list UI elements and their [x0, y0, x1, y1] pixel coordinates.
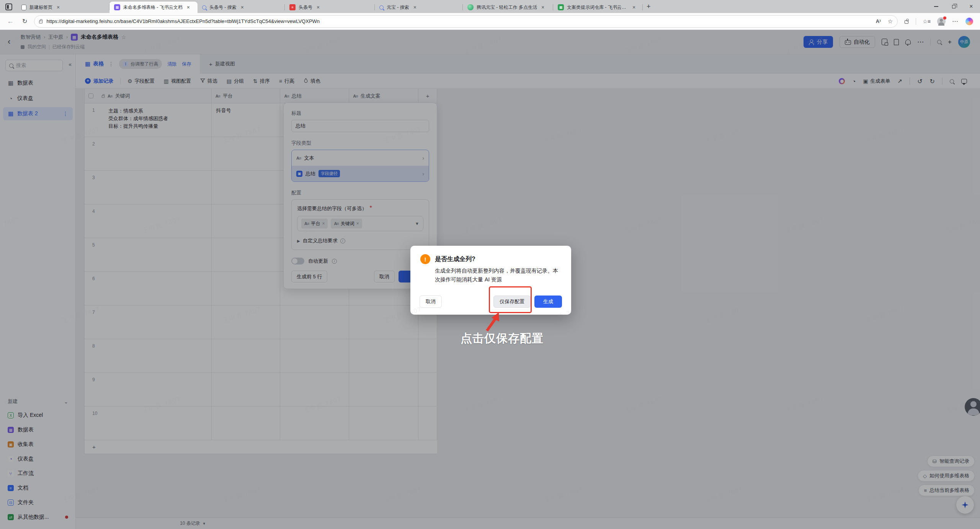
button-label: 生成	[543, 298, 553, 305]
dialog-generate-button[interactable]: 生成	[534, 296, 562, 308]
divider	[916, 18, 916, 25]
close-button[interactable]: ×	[962, 0, 980, 13]
button-label: 取消	[426, 298, 436, 305]
dialog-body: 生成全列将自动更新整列内容，并覆盖现有记录。本次操作可能消耗大量 AI 资源	[435, 266, 562, 284]
extensions-icon[interactable]	[904, 19, 909, 24]
search-icon	[379, 5, 384, 10]
address-bar[interactable]: https://digital-marketing.feishu.cn/base…	[34, 15, 898, 28]
tab-title: 头条号 - 搜索	[209, 4, 237, 11]
tab-close-icon[interactable]: ×	[315, 4, 321, 10]
favorite-star-icon[interactable]: ☆	[888, 18, 893, 25]
tab-close-icon[interactable]: ×	[631, 4, 637, 10]
yuanbao-icon	[467, 4, 474, 10]
tab-title: 文案类提示词仓库 - 飞书云文档	[567, 4, 628, 11]
annotation-text: 点击仅保存配置	[461, 331, 544, 346]
tab-title: 新建标签页	[29, 4, 52, 11]
tab-close-icon[interactable]: ×	[412, 4, 418, 10]
dialog-cancel-button[interactable]: 取消	[420, 296, 442, 308]
page-icon	[21, 5, 26, 10]
back-icon[interactable]: ←	[7, 17, 14, 25]
tab-title: 腾讯元宝 - 轻松工作 多点生活	[477, 4, 537, 11]
tab-close-icon[interactable]: ×	[240, 4, 245, 10]
browser-profile-avatar[interactable]	[937, 17, 946, 26]
browser-tab[interactable]: ▦ 文案类提示词仓库 - 飞书云文档 ×	[553, 2, 643, 13]
read-aloud-icon[interactable]: A⁾	[876, 18, 881, 24]
tab-close-icon[interactable]: ×	[540, 4, 546, 10]
search-icon	[202, 5, 206, 10]
tab-actions-icon[interactable]	[5, 3, 12, 10]
tab-title: 元宝 - 搜索	[387, 4, 409, 11]
warning-icon: !	[420, 254, 430, 264]
tab-title: 头条号	[299, 4, 312, 11]
browser-tab-active[interactable]: ▦ 未命名多维表格 - 飞书云文档 ×	[109, 2, 198, 13]
url-text[interactable]: https://digital-marketing.feishu.cn/base…	[46, 18, 872, 24]
browser-menu-icon[interactable]: ⋯	[952, 18, 958, 25]
feishu-app: ‹ 数智营销 › 王中原 › ▦ 未命名多维表格 ☆ 我的空间 已经保存到云端 …	[0, 30, 980, 529]
browser-tab[interactable]: ≡ 头条号 ×	[285, 2, 375, 13]
refresh-icon[interactable]: ↻	[22, 18, 27, 25]
new-tab-button[interactable]: +	[647, 3, 651, 11]
browser-tab[interactable]: 腾讯元宝 - 轻松工作 多点生活 ×	[463, 2, 553, 13]
browser-tab[interactable]: 头条号 - 搜索 ×	[198, 2, 285, 13]
tab-close-icon[interactable]: ×	[56, 4, 61, 10]
lock-icon	[39, 21, 42, 23]
window-controls: ×	[927, 0, 980, 13]
toutiao-icon: ≡	[289, 4, 296, 10]
copilot-icon[interactable]	[965, 18, 973, 25]
browser-tab-strip: 新建标签页 × ▦ 未命名多维表格 - 飞书云文档 × 头条号 - 搜索 × ≡…	[0, 0, 980, 13]
minimize-button[interactable]	[927, 0, 945, 13]
browser-url-row: ← ↻ https://digital-marketing.feishu.cn/…	[0, 13, 980, 30]
feishu-base-icon: ▦	[114, 4, 120, 10]
collections-icon[interactable]: ☆≡	[923, 18, 931, 24]
annotation-highlight-box	[489, 286, 532, 313]
browser-tab[interactable]: 元宝 - 搜索 ×	[375, 2, 463, 13]
restore-button[interactable]	[945, 0, 962, 13]
tab-title: 未命名多维表格 - 飞书云文档	[123, 4, 183, 11]
sheet-icon: ▦	[558, 4, 564, 10]
browser-tab[interactable]: 新建标签页 ×	[17, 2, 109, 13]
tab-close-icon[interactable]: ×	[186, 4, 191, 10]
dialog-title: 是否生成全列?	[435, 255, 475, 263]
